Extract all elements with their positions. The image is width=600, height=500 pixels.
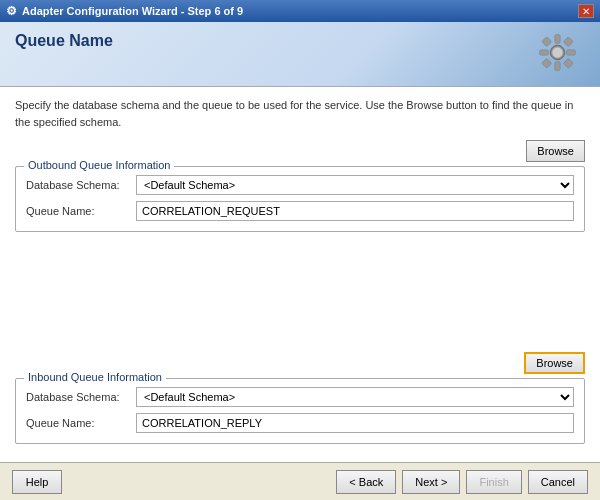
finish-button[interactable]: Finish bbox=[466, 470, 521, 494]
outbound-queue-name-label: Queue Name: bbox=[26, 205, 136, 217]
outbound-legend: Outbound Queue Information bbox=[24, 159, 174, 171]
outbound-queue-name-input[interactable] bbox=[136, 201, 574, 221]
svg-rect-1 bbox=[555, 35, 560, 44]
next-button[interactable]: Next > bbox=[402, 470, 460, 494]
svg-rect-7 bbox=[542, 58, 552, 68]
cancel-button[interactable]: Cancel bbox=[528, 470, 588, 494]
gear-icon bbox=[535, 30, 585, 80]
footer-right: < Back Next > Finish Cancel bbox=[336, 470, 588, 494]
help-button[interactable]: Help bbox=[12, 470, 62, 494]
svg-rect-2 bbox=[555, 62, 560, 71]
outbound-queue-name-row: Queue Name: bbox=[26, 201, 574, 221]
description-text: Specify the database schema and the queu… bbox=[15, 97, 585, 130]
outbound-db-schema-label: Database Schema: bbox=[26, 179, 136, 191]
content-area: Specify the database schema and the queu… bbox=[0, 87, 600, 462]
inbound-queue-name-input[interactable] bbox=[136, 413, 574, 433]
header-banner: Queue Name bbox=[0, 22, 600, 87]
inbound-db-schema-label: Database Schema: bbox=[26, 391, 136, 403]
title-bar: ⚙ Adapter Configuration Wizard - Step 6 … bbox=[0, 0, 600, 22]
outbound-db-schema-row: Database Schema: <Default Schema> bbox=[26, 175, 574, 195]
svg-rect-8 bbox=[563, 58, 573, 68]
back-button[interactable]: < Back bbox=[336, 470, 396, 494]
title-bar-title: ⚙ Adapter Configuration Wizard - Step 6 … bbox=[6, 4, 243, 18]
spacer bbox=[15, 240, 585, 352]
footer: Help < Back Next > Finish Cancel bbox=[0, 462, 600, 500]
svg-rect-6 bbox=[563, 37, 573, 47]
svg-rect-4 bbox=[567, 50, 576, 55]
inbound-queue-section: Inbound Queue Information Database Schem… bbox=[15, 378, 585, 444]
wizard-icon: ⚙ bbox=[6, 4, 17, 18]
outbound-db-schema-select[interactable]: <Default Schema> bbox=[136, 175, 574, 195]
outbound-browse-button[interactable]: Browse bbox=[526, 140, 585, 162]
inbound-db-schema-select[interactable]: <Default Schema> bbox=[136, 387, 574, 407]
svg-rect-5 bbox=[542, 37, 552, 47]
inbound-browse-button[interactable]: Browse bbox=[524, 352, 585, 374]
page-title: Queue Name bbox=[15, 32, 113, 50]
inbound-legend: Inbound Queue Information bbox=[24, 371, 166, 383]
svg-rect-3 bbox=[540, 50, 549, 55]
main-window: Queue Name Specify the bbox=[0, 22, 600, 500]
inbound-queue-name-row: Queue Name: bbox=[26, 413, 574, 433]
svg-point-9 bbox=[552, 47, 563, 58]
inbound-queue-name-label: Queue Name: bbox=[26, 417, 136, 429]
inbound-db-schema-row: Database Schema: <Default Schema> bbox=[26, 387, 574, 407]
close-button[interactable]: ✕ bbox=[578, 4, 594, 18]
outbound-queue-section: Outbound Queue Information Database Sche… bbox=[15, 166, 585, 232]
footer-left: Help bbox=[12, 470, 62, 494]
